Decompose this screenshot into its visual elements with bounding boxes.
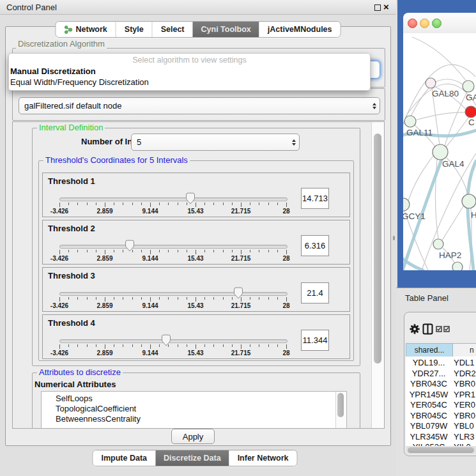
- slider-track[interactable]: [59, 197, 288, 201]
- table-row[interactable]: YBR045CYBR0: [406, 411, 476, 422]
- threshold-value-field[interactable]: 14.713: [301, 188, 329, 209]
- cell-name[interactable]: YDL1: [454, 358, 475, 367]
- cell-shared-name[interactable]: YDL19...: [406, 358, 452, 367]
- node-label: C: [468, 118, 475, 127]
- attributes-list-scrollbar[interactable]: [335, 392, 346, 428]
- control-panel-titlebar: [0, 0, 396, 15]
- network-node-gal[interactable]: [463, 81, 474, 92]
- node-label: GCY1: [403, 211, 426, 221]
- vertical-scrollbar[interactable]: [371, 122, 385, 428]
- table-header-shared-name[interactable]: shared...: [406, 343, 453, 357]
- table-row[interactable]: YBL079WYBL0: [406, 421, 476, 432]
- attributes-group-title: Attributes to discretize: [37, 368, 123, 377]
- number-of-intervals-combobox[interactable]: 5: [131, 134, 300, 151]
- tab-cyni-toolbox[interactable]: Cyni Toolbox: [193, 22, 259, 37]
- cell-name[interactable]: YBL0: [454, 421, 474, 431]
- table-row[interactable]: YER054CYER0: [406, 400, 476, 411]
- slider-thumb[interactable]: [233, 287, 243, 299]
- table-header-name[interactable]: n: [452, 343, 476, 357]
- checkbox-icon[interactable]: [436, 326, 442, 332]
- slider-thumb[interactable]: [185, 192, 196, 204]
- slider-thumb[interactable]: [161, 334, 171, 346]
- list-item[interactable]: SelfLoops: [56, 394, 93, 404]
- cell-name[interactable]: YBR0: [454, 411, 475, 420]
- apply-button[interactable]: Apply: [171, 429, 215, 444]
- algorithm-group-title: Discretization Algorithm: [16, 40, 107, 49]
- close-traffic-light[interactable]: [408, 19, 417, 28]
- horizontal-scrollbar-thumb[interactable]: [408, 447, 474, 453]
- tick-label: 15.43: [187, 302, 203, 309]
- table-row[interactable]: YBR043CYBR0: [406, 379, 476, 390]
- list-item[interactable]: TopologicalCoefficient: [56, 404, 136, 414]
- vertical-scrollbar-thumb[interactable]: [374, 134, 381, 364]
- float-window-icon[interactable]: [374, 4, 381, 11]
- threshold-value-field[interactable]: 11.344: [301, 330, 329, 351]
- network-node-hap2[interactable]: [433, 239, 443, 249]
- tab-network[interactable]: Network: [56, 22, 115, 37]
- checkbox-icon[interactable]: [443, 326, 450, 332]
- attributes-list-scrollbar-thumb[interactable]: [337, 393, 344, 417]
- table-row[interactable]: YDL19...YDL1: [406, 358, 476, 369]
- zoom-traffic-light[interactable]: [432, 19, 441, 28]
- cell-shared-name[interactable]: YER054C: [406, 400, 452, 410]
- tick-label: 9.144: [142, 255, 158, 262]
- table-data-combobox[interactable]: galFiltered.sif default node: [19, 97, 380, 114]
- algorithm-option-equal-width[interactable]: Equal Width/Frequency Discretization: [10, 77, 149, 87]
- horizontal-scrollbar[interactable]: [406, 446, 476, 454]
- slider-track[interactable]: [59, 292, 288, 296]
- network-node-c[interactable]: [465, 106, 476, 118]
- network-node-gal4[interactable]: [433, 144, 448, 160]
- cell-shared-name[interactable]: YLR345W: [406, 432, 452, 441]
- combobox-stepper-icon[interactable]: [289, 139, 299, 146]
- gear-icon[interactable]: [410, 324, 420, 334]
- table-row[interactable]: YPR145WYPR1: [406, 390, 476, 401]
- network-node-gal80[interactable]: [426, 78, 436, 88]
- node-label: GAL4: [442, 159, 464, 169]
- tab-discretize-data[interactable]: Discretize Data: [155, 450, 229, 466]
- cell-name[interactable]: YPR1: [454, 390, 475, 399]
- node-table-body: YDL19...YDL1YDR27...YDR2YBR043CYBR0YPR14…: [406, 357, 476, 446]
- algorithm-popup-prompt: Select algorithm to view settings: [9, 56, 370, 65]
- table-row[interactable]: YDR27...YDR2: [406, 369, 476, 380]
- tab-select[interactable]: Select: [152, 22, 193, 37]
- cyni-toolbox-panel: Discretization Algorithm Table Data galF…: [5, 26, 391, 446]
- network-canvas[interactable]: GAL80GALCGAL11GAL4GCY1HHAP2: [403, 33, 476, 270]
- tick-label: 9.144: [142, 302, 158, 309]
- tab-impute-data[interactable]: Impute Data: [93, 450, 155, 466]
- application-window: Control Panel × NetworkStyleSelectCyni T…: [0, 0, 476, 476]
- numerical-attributes-heading: Numerical Attributes: [35, 380, 116, 389]
- combobox-stepper-icon[interactable]: [369, 103, 380, 109]
- cell-shared-name[interactable]: YBL079W: [406, 421, 452, 431]
- threshold-panel: Threshold 1-3.4262.8599.14415.4321.71528…: [42, 173, 350, 217]
- cell-shared-name[interactable]: YPR145W: [406, 390, 452, 399]
- threshold-value-field[interactable]: 6.316: [301, 235, 329, 256]
- tab-style[interactable]: Style: [116, 22, 152, 37]
- slider-track[interactable]: [59, 245, 288, 249]
- minimize-traffic-light[interactable]: [420, 19, 429, 28]
- split-pane-grip[interactable]: [393, 236, 395, 240]
- control-panel-tab-bar: NetworkStyleSelectCyni ToolboxjActiveMNo…: [55, 21, 341, 38]
- slider-track[interactable]: [59, 339, 288, 343]
- network-node[interactable]: [452, 262, 463, 270]
- cell-shared-name[interactable]: YBR045C: [406, 411, 452, 420]
- table-row[interactable]: YLR345WYLR3: [406, 432, 476, 443]
- threshold-value-field[interactable]: 21.4: [301, 282, 329, 303]
- cell-name[interactable]: YLR3: [454, 432, 475, 441]
- tab-infer-network[interactable]: Infer Network: [229, 450, 297, 466]
- cell-name[interactable]: YBR0: [454, 379, 475, 388]
- tick-label: 9.144: [142, 208, 158, 215]
- tab-jactivemnodules[interactable]: jActiveMNodules: [259, 22, 341, 37]
- split-columns-icon[interactable]: [422, 323, 433, 335]
- close-icon[interactable]: ×: [383, 1, 389, 13]
- cell-shared-name[interactable]: YBR043C: [406, 379, 452, 388]
- algorithm-option-manual[interactable]: Manual Discretization: [10, 66, 96, 76]
- cell-name[interactable]: YDR2: [454, 369, 476, 378]
- slider-thumb[interactable]: [125, 240, 135, 252]
- network-window-titlebar[interactable]: [403, 13, 476, 34]
- network-node-gal11[interactable]: [404, 116, 416, 127]
- list-item[interactable]: BetweennessCentrality: [56, 414, 141, 424]
- numerical-attributes-list[interactable]: SelfLoopsTopologicalCoefficientBetweenne…: [41, 391, 347, 429]
- network-node-h[interactable]: [462, 194, 476, 208]
- cell-name[interactable]: YER0: [454, 400, 475, 410]
- cell-shared-name[interactable]: YDR27...: [406, 369, 452, 378]
